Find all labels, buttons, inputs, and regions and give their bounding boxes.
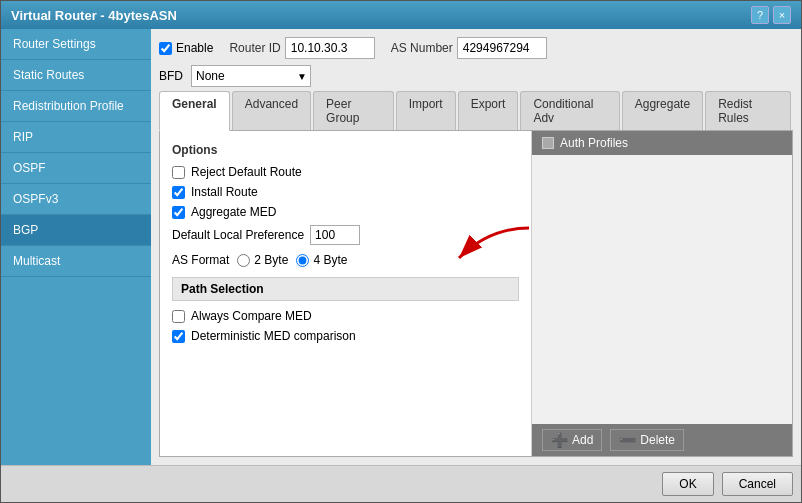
sidebar-item-ospf[interactable]: OSPF [1, 153, 151, 184]
always-compare-med-label: Always Compare MED [191, 309, 312, 323]
sidebar-item-static-routes[interactable]: Static Routes [1, 60, 151, 91]
enable-checkbox-label[interactable]: Enable [159, 41, 213, 55]
auth-header-icon [542, 137, 554, 149]
aggregate-med-row: Aggregate MED [172, 205, 519, 219]
four-byte-radio-label[interactable]: 4 Byte [296, 253, 347, 267]
path-selection-section: Path Selection Always Compare MED Determ… [172, 277, 519, 343]
main-window: Virtual Router - 4bytesASN ? × Router Se… [0, 0, 802, 503]
sidebar-item-router-settings[interactable]: Router Settings [1, 29, 151, 60]
delete-label: Delete [640, 433, 675, 447]
reject-default-route-checkbox[interactable] [172, 166, 185, 179]
two-byte-radio-label[interactable]: 2 Byte [237, 253, 288, 267]
always-compare-med-checkbox[interactable] [172, 310, 185, 323]
options-panel: Options Reject Default Route Install Rou… [160, 131, 532, 456]
as-format-label: AS Format [172, 253, 229, 267]
tab-import[interactable]: Import [396, 91, 456, 130]
as-number-group: AS Number [391, 37, 547, 59]
title-bar-icons: ? × [751, 6, 791, 24]
bottom-bar: OK Cancel [1, 465, 801, 502]
two-byte-label: 2 Byte [254, 253, 288, 267]
router-id-label: Router ID [229, 41, 280, 55]
tab-content: Options Reject Default Route Install Rou… [159, 131, 793, 457]
auth-content [532, 155, 792, 424]
options-title: Options [172, 143, 519, 157]
add-button[interactable]: ➕ Add [542, 429, 602, 451]
auth-header: Auth Profiles [532, 131, 792, 155]
reject-default-route-label: Reject Default Route [191, 165, 302, 179]
auth-profiles-title: Auth Profiles [560, 136, 628, 150]
always-compare-med-row: Always Compare MED [172, 309, 519, 323]
bfd-row: BFD None Default Custom ▼ [159, 65, 793, 87]
main-panel: Enable Router ID AS Number BFD None Def [151, 29, 801, 465]
four-byte-label: 4 Byte [313, 253, 347, 267]
as-number-label: AS Number [391, 41, 453, 55]
cancel-button[interactable]: Cancel [722, 472, 793, 496]
install-route-label: Install Route [191, 185, 258, 199]
add-icon: ➕ [551, 432, 568, 448]
as-number-input[interactable] [457, 37, 547, 59]
add-label: Add [572, 433, 593, 447]
close-icon[interactable]: × [773, 6, 791, 24]
title-bar: Virtual Router - 4bytesASN ? × [1, 1, 801, 29]
four-byte-radio[interactable] [296, 254, 309, 267]
bfd-label: BFD [159, 69, 183, 83]
as-format-row: AS Format 2 Byte 4 Byte [172, 253, 519, 267]
two-byte-radio[interactable] [237, 254, 250, 267]
auth-footer: ➕ Add ➖ Delete [532, 424, 792, 456]
aggregate-med-label: Aggregate MED [191, 205, 276, 219]
reject-default-route-row: Reject Default Route [172, 165, 519, 179]
bfd-select[interactable]: None Default Custom [191, 65, 311, 87]
top-bar-row1: Enable Router ID AS Number [159, 37, 793, 59]
tab-export[interactable]: Export [458, 91, 519, 130]
window-title: Virtual Router - 4bytesASN [11, 8, 177, 23]
auth-panel: Auth Profiles ➕ Add ➖ Delete [532, 131, 792, 456]
tab-advanced[interactable]: Advanced [232, 91, 311, 130]
enable-label: Enable [176, 41, 213, 55]
default-local-pref-row: Default Local Preference [172, 225, 519, 245]
router-id-input[interactable] [285, 37, 375, 59]
install-route-checkbox[interactable] [172, 186, 185, 199]
bfd-dropdown-wrap: None Default Custom ▼ [191, 65, 311, 87]
default-local-pref-input[interactable] [310, 225, 360, 245]
enable-checkbox[interactable] [159, 42, 172, 55]
deterministic-med-checkbox[interactable] [172, 330, 185, 343]
ok-button[interactable]: OK [662, 472, 713, 496]
sidebar-item-multicast[interactable]: Multicast [1, 246, 151, 277]
tab-redist-rules[interactable]: Redist Rules [705, 91, 791, 130]
install-route-row: Install Route [172, 185, 519, 199]
deterministic-med-row: Deterministic MED comparison [172, 329, 519, 343]
default-local-pref-label: Default Local Preference [172, 228, 304, 242]
help-icon[interactable]: ? [751, 6, 769, 24]
sidebar-item-redistribution-profile[interactable]: Redistribution Profile [1, 91, 151, 122]
delete-button[interactable]: ➖ Delete [610, 429, 684, 451]
deterministic-med-label: Deterministic MED comparison [191, 329, 356, 343]
content-area: Router Settings Static Routes Redistribu… [1, 29, 801, 465]
sidebar-item-bgp[interactable]: BGP [1, 215, 151, 246]
tab-general[interactable]: General [159, 91, 230, 131]
tab-conditional-adv[interactable]: Conditional Adv [520, 91, 619, 130]
sidebar-item-ospfv3[interactable]: OSPFv3 [1, 184, 151, 215]
aggregate-med-checkbox[interactable] [172, 206, 185, 219]
delete-icon: ➖ [619, 432, 636, 448]
tab-peer-group[interactable]: Peer Group [313, 91, 394, 130]
sidebar: Router Settings Static Routes Redistribu… [1, 29, 151, 465]
router-id-group: Router ID [229, 37, 374, 59]
path-selection-title: Path Selection [172, 277, 519, 301]
tab-aggregate[interactable]: Aggregate [622, 91, 703, 130]
tabs-bar: General Advanced Peer Group Import Expor… [159, 91, 793, 131]
sidebar-item-rip[interactable]: RIP [1, 122, 151, 153]
